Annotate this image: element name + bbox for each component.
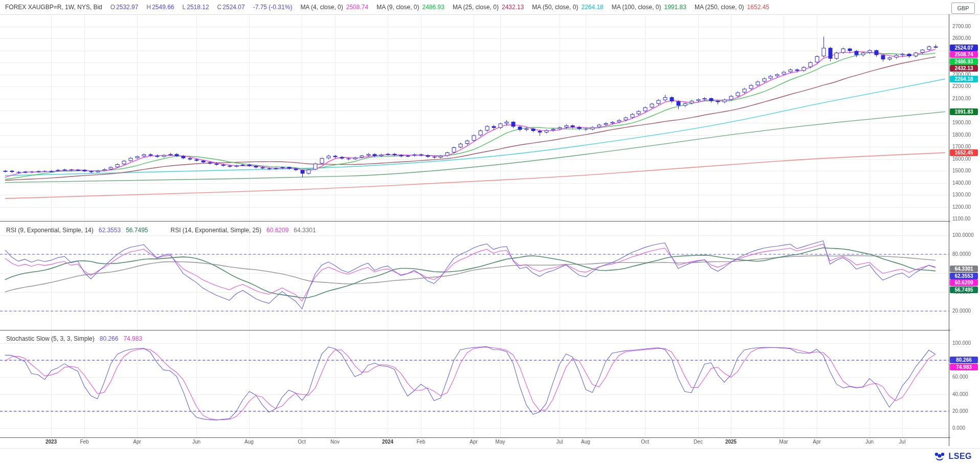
rsi-values-1: 62.355356.7495 [99, 227, 153, 234]
ma-legend-label: MA (100, close, 0) [612, 4, 661, 11]
rsi-title-1: RSI (9, Exponential, Simple, 14) [6, 227, 94, 234]
ma-legend-item: MA (250, close, 0)1652.45 [695, 4, 769, 11]
stochastic-header: Stochastic Slow (5, 3, 3, Simple) 80.266… [6, 335, 147, 342]
ohlc-field-label: H [146, 4, 151, 11]
ohlc-field-value: 2532.97 [116, 4, 138, 11]
ohlc-field-value: 2524.07 [222, 4, 244, 11]
ma-legend-item: MA (9, close, 0)2486.93 [376, 4, 444, 11]
lseg-crest-icon [933, 451, 946, 461]
ma-legend-label: MA (250, close, 0) [695, 4, 744, 11]
ohlc-field-label: C [217, 4, 222, 11]
ma-legend-value: 1991.83 [664, 4, 686, 11]
currency-selector[interactable]: GBP [951, 3, 975, 14]
stoch-axis[interactable] [949, 330, 980, 437]
chart-header: FOREX XAUGBP=R, 1W, NYS, Bid O2532.97H25… [5, 0, 769, 14]
ohlc-field-value: 2549.66 [152, 4, 174, 11]
rsi-value: 62.3553 [99, 227, 121, 234]
lseg-logo: LSEG [933, 451, 972, 461]
rsi-value: 64.3301 [294, 227, 316, 234]
ma-legend-label: MA (50, close, 0) [532, 4, 578, 11]
ma-legend-value: 2264.18 [581, 4, 603, 11]
ohlc-field-label: O [110, 4, 115, 11]
rsi-title-2: RSI (14, Exponential, Simple, 25) [171, 227, 261, 234]
ma-legend-value: 2508.74 [346, 4, 368, 11]
rsi-axis[interactable] [949, 221, 980, 330]
stochastic-value: 80.266 [100, 335, 119, 342]
ohlc-field: O2532.97 [110, 4, 139, 11]
ma-legend-value: 1652.45 [747, 4, 769, 11]
symbol-label: FOREX XAUGBP=R, 1W, NYS, Bid [5, 4, 102, 11]
ma-legend-value: 2432.13 [502, 4, 524, 11]
rsi-header: RSI (9, Exponential, Simple, 14) 62.3553… [6, 227, 321, 234]
ma-legend-label: MA (4, close, 0) [300, 4, 343, 11]
stochastic-value: 74.983 [123, 335, 142, 342]
chart-window: FOREX XAUGBP=R, 1W, NYS, Bid O2532.97H25… [0, 0, 980, 463]
price-axis[interactable] [949, 14, 980, 221]
stochastic-values: 80.26674.983 [100, 335, 147, 342]
rsi-value: 60.6209 [266, 227, 288, 234]
ohlc-field-value: 2518.12 [187, 4, 209, 11]
ma-legend-item: MA (100, close, 0)1991.83 [612, 4, 686, 11]
rsi-value: 56.7495 [126, 227, 148, 234]
lseg-wordmark: LSEG [948, 452, 972, 461]
ohlc-field: C2524.07 [217, 4, 245, 11]
ohlc-field: L2518.12 [183, 4, 209, 11]
ohlc-field-label: L [183, 4, 186, 11]
stochastic-title: Stochastic Slow (5, 3, 3, Simple) [6, 335, 95, 342]
change-label: -7.75 (-0.31%) [253, 4, 293, 11]
ohlc-field: H2549.66 [146, 4, 174, 11]
ma-legend-value: 2486.93 [422, 4, 444, 11]
ma-legend-label: MA (9, close, 0) [376, 4, 419, 11]
ma-legend-item: MA (4, close, 0)2508.74 [300, 4, 368, 11]
ma-legend-label: MA (25, close, 0) [453, 4, 499, 11]
rsi-values-2: 60.620964.3301 [266, 227, 321, 234]
time-axis[interactable] [0, 437, 949, 449]
ma-legend-item: MA (50, close, 0)2264.18 [532, 4, 603, 11]
ma-legend-item: MA (25, close, 0)2432.13 [453, 4, 524, 11]
